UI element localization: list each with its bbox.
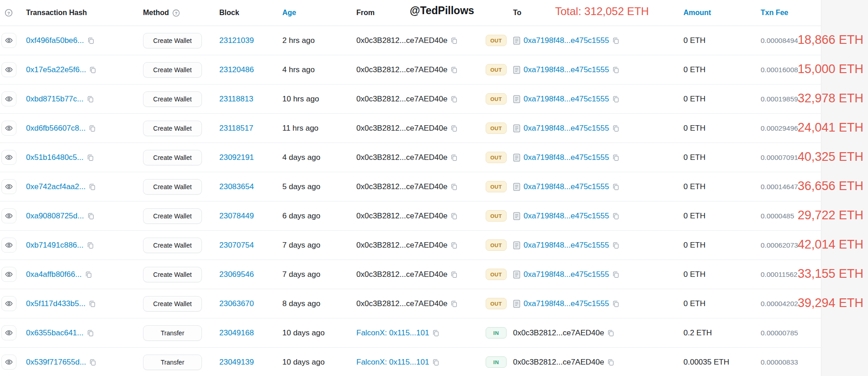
copy-from-address-button[interactable] bbox=[432, 359, 439, 366]
copy-from-address-button[interactable] bbox=[450, 183, 458, 191]
block-link[interactable]: 23069546 bbox=[219, 270, 254, 279]
method-button[interactable]: Create Wallet bbox=[143, 62, 202, 78]
eye-preview-button[interactable] bbox=[1, 121, 16, 136]
eye-preview-button[interactable] bbox=[1, 62, 16, 77]
header-age-sort-link[interactable]: Age bbox=[282, 9, 296, 17]
transaction-hash-link[interactable]: 0xa4affb80f66... bbox=[26, 270, 82, 279]
eye-preview-button[interactable] bbox=[1, 325, 16, 340]
eye-preview-button[interactable] bbox=[1, 238, 16, 253]
to-address[interactable]: 0xa7198f48...e475c1555 bbox=[524, 95, 609, 104]
copy-hash-button[interactable] bbox=[89, 300, 96, 307]
header-age[interactable]: Age bbox=[282, 9, 356, 17]
method-button[interactable]: Create Wallet bbox=[143, 33, 202, 48]
block-link[interactable]: 23120486 bbox=[219, 65, 254, 74]
to-address[interactable]: 0xa7198f48...e475c1555 bbox=[524, 124, 609, 133]
header-amount[interactable]: Amount bbox=[683, 9, 761, 17]
copy-hash-button[interactable] bbox=[89, 359, 96, 366]
eye-preview-button[interactable] bbox=[1, 208, 16, 223]
transaction-hash-link[interactable]: 0xb71491c886... bbox=[26, 241, 84, 250]
to-address[interactable]: 0xa7198f48...e475c1555 bbox=[524, 270, 609, 279]
header-txn-fee-sort-link[interactable]: Txn Fee bbox=[761, 9, 788, 17]
eye-preview-button[interactable] bbox=[1, 33, 16, 48]
copy-to-address-button[interactable] bbox=[612, 300, 619, 307]
transaction-hash-link[interactable]: 0xe742acf4aa2... bbox=[26, 182, 85, 191]
copy-hash-button[interactable] bbox=[87, 37, 95, 44]
method-button[interactable]: Create Wallet bbox=[143, 296, 202, 312]
to-address[interactable]: 0xa7198f48...e475c1555 bbox=[524, 182, 609, 191]
block-link[interactable]: 23118813 bbox=[219, 95, 253, 104]
copy-to-address-button[interactable] bbox=[612, 125, 619, 132]
eye-preview-button[interactable] bbox=[1, 267, 16, 282]
copy-hash-button[interactable] bbox=[89, 183, 96, 191]
copy-hash-button[interactable] bbox=[89, 66, 96, 74]
transaction-hash-link[interactable]: 0xbd8715b77c... bbox=[26, 95, 84, 104]
method-button[interactable]: Create Wallet bbox=[143, 238, 202, 253]
copy-hash-button[interactable] bbox=[85, 271, 92, 278]
copy-from-address-button[interactable] bbox=[450, 300, 458, 307]
to-address[interactable]: 0xa7198f48...e475c1555 bbox=[524, 299, 609, 308]
copy-from-address-button[interactable] bbox=[450, 37, 458, 44]
header-amount-sort-link[interactable]: Amount bbox=[683, 9, 711, 17]
from-address[interactable]: FalconX: 0x115...101 bbox=[356, 328, 429, 338]
eye-preview-button[interactable] bbox=[1, 296, 16, 311]
copy-from-address-button[interactable] bbox=[450, 125, 458, 132]
block-link[interactable]: 23063670 bbox=[219, 299, 254, 308]
eye-preview-button[interactable] bbox=[1, 179, 16, 194]
block-link[interactable]: 23083654 bbox=[219, 182, 254, 191]
block-link[interactable]: 23078449 bbox=[219, 212, 254, 221]
transaction-hash-link[interactable]: 0xa90808725d... bbox=[26, 212, 84, 221]
copy-to-address-button[interactable] bbox=[612, 271, 619, 278]
copy-hash-button[interactable] bbox=[89, 125, 96, 132]
copy-hash-button[interactable] bbox=[87, 212, 95, 220]
method-button[interactable]: Create Wallet bbox=[143, 267, 202, 282]
copy-from-address-button[interactable] bbox=[450, 95, 458, 103]
copy-to-address-button[interactable] bbox=[612, 95, 619, 103]
from-address[interactable]: FalconX: 0x115...101 bbox=[356, 358, 429, 367]
eye-preview-button[interactable] bbox=[1, 91, 16, 106]
copy-from-address-button[interactable] bbox=[450, 212, 458, 220]
method-button[interactable]: Create Wallet bbox=[143, 208, 202, 224]
transaction-hash-link[interactable]: 0xd6fb56607c8... bbox=[26, 124, 85, 133]
block-link[interactable]: 23092191 bbox=[219, 153, 254, 162]
transaction-hash-link[interactable]: 0xf496fa50be6... bbox=[26, 36, 84, 45]
method-button[interactable]: Transfer bbox=[143, 355, 202, 370]
to-address[interactable]: 0xa7198f48...e475c1555 bbox=[524, 65, 609, 74]
copy-to-address-button[interactable] bbox=[612, 242, 619, 249]
to-address[interactable]: 0xa7198f48...e475c1555 bbox=[524, 212, 609, 221]
header-txn-fee[interactable]: Txn Fee bbox=[761, 9, 821, 17]
block-link[interactable]: 23049139 bbox=[219, 358, 254, 367]
copy-to-address-button[interactable] bbox=[612, 66, 619, 74]
block-link[interactable]: 23049168 bbox=[219, 328, 254, 338]
copy-hash-button[interactable] bbox=[87, 154, 94, 161]
copy-to-address-button[interactable] bbox=[612, 154, 619, 161]
transaction-hash-link[interactable]: 0x6355bac641... bbox=[26, 328, 84, 338]
copy-hash-button[interactable] bbox=[87, 95, 94, 103]
method-button[interactable]: Create Wallet bbox=[143, 150, 202, 165]
block-link[interactable]: 23070754 bbox=[219, 241, 254, 250]
copy-to-address-button[interactable] bbox=[607, 329, 614, 337]
method-button[interactable]: Create Wallet bbox=[143, 91, 202, 107]
transaction-hash-link[interactable]: 0x5f117d433b5... bbox=[26, 299, 85, 308]
copy-to-address-button[interactable] bbox=[612, 183, 619, 191]
copy-from-address-button[interactable] bbox=[450, 242, 458, 249]
copy-to-address-button[interactable] bbox=[612, 212, 619, 220]
copy-to-address-button[interactable] bbox=[607, 359, 614, 366]
transaction-hash-link[interactable]: 0x17e5a22e5f6... bbox=[26, 65, 86, 74]
copy-from-address-button[interactable] bbox=[450, 66, 458, 74]
block-link[interactable]: 23118517 bbox=[219, 124, 253, 133]
transaction-hash-link[interactable]: 0x539f717655d... bbox=[26, 358, 86, 367]
transaction-hash-link[interactable]: 0x51b16480c5... bbox=[26, 153, 84, 162]
copy-hash-button[interactable] bbox=[87, 329, 94, 337]
copy-to-address-button[interactable] bbox=[612, 37, 619, 44]
copy-from-address-button[interactable] bbox=[450, 154, 458, 161]
eye-preview-button[interactable] bbox=[1, 355, 16, 370]
copy-from-address-button[interactable] bbox=[432, 329, 439, 337]
method-button[interactable]: Transfer bbox=[143, 325, 202, 341]
to-address[interactable]: 0xa7198f48...e475c1555 bbox=[524, 153, 609, 162]
method-help-icon[interactable]: ? bbox=[172, 9, 180, 17]
eye-preview-button[interactable] bbox=[1, 150, 16, 165]
copy-from-address-button[interactable] bbox=[450, 271, 458, 278]
to-address[interactable]: 0xa7198f48...e475c1555 bbox=[524, 241, 609, 250]
method-button[interactable]: Create Wallet bbox=[143, 121, 202, 136]
copy-hash-button[interactable] bbox=[87, 242, 94, 249]
